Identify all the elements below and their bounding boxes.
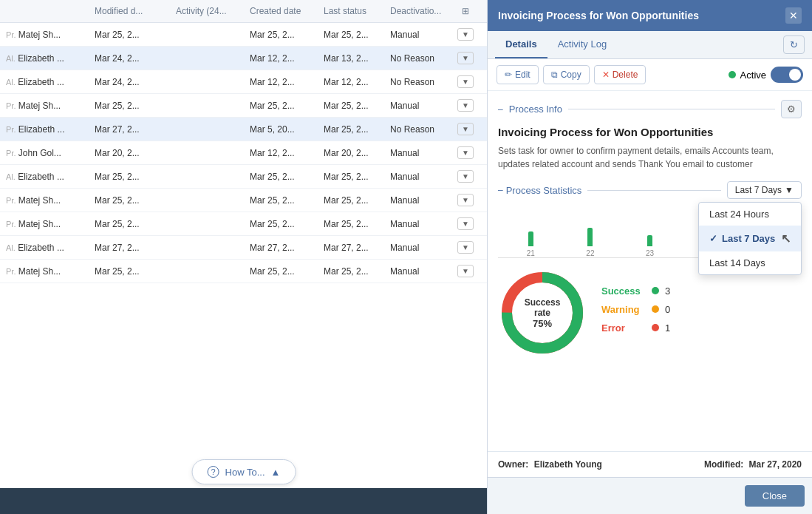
copy-button[interactable]: ⧉ Copy [543,65,590,84]
cell-action[interactable]: ▼ [451,265,480,277]
process-info-title: Process Info [509,104,562,115]
panel-title: Invoicing Process for Won Opportunities [498,10,699,21]
cell-action[interactable]: ▼ [451,241,480,254]
edit-icon: ✏ [505,70,512,80]
row-expand-button[interactable]: ▼ [457,194,474,206]
modified-prefix: Modified: [704,459,743,470]
cell-name: Al. Elizabeth ... [0,53,89,64]
collapse-icon: – [498,104,503,115]
panel-close-button[interactable]: ✕ [785,7,802,24]
table-row[interactable]: Al. Elizabeth ... Mar 25, 2... Mar 25, 2… [0,165,488,189]
tab-details[interactable]: Details [495,31,547,58]
row-expand-button[interactable]: ▼ [457,170,474,183]
success-value: 3 [665,285,670,297]
cell-name: Al. Elizabeth ... [0,172,89,182]
row-expand-button[interactable]: ▼ [457,99,474,112]
edit-button[interactable]: ✏ Edit [497,65,539,84]
copy-label: Copy [561,70,581,80]
row-expand-button[interactable]: ▼ [457,217,474,230]
bottom-bar [0,488,488,514]
tab-activity-log[interactable]: Activity Log [547,31,617,58]
cell-modified: Mar 27, 2... [89,243,170,253]
cell-created: Mar 25, 2... [244,30,318,40]
bar-success [587,228,593,246]
row-expand-button[interactable]: ▼ [457,123,474,135]
chart-day: 23 [620,213,680,257]
cell-created: Mar 5, 20... [244,124,318,135]
cell-action[interactable]: ▼ [451,52,480,64]
donut-percent: 75% [520,318,564,329]
cell-name: Pr. Matej Sh... [0,266,89,277]
table-row[interactable]: Al. Elizabeth ... Mar 24, 2... Mar 12, 2… [0,47,488,70]
cell-deactivation: Manual [384,30,451,40]
row-prefix: Pr. [6,125,16,134]
bar-success [528,231,533,246]
cell-modified: Mar 25, 2... [89,101,170,111]
cell-last-status: Mar 27, 2... [318,243,384,253]
dropdown-item-24h[interactable]: Last 24 Hours [699,203,801,226]
stat-success: Success 3 [601,285,802,297]
cell-last-status: Mar 13, 2... [318,53,384,64]
table-row[interactable]: Pr. Elizabeth ... Mar 27, 2... Mar 5, 20… [0,118,488,141]
row-expand-button[interactable]: ▼ [457,28,474,41]
cursor-icon: ↖ [781,231,791,246]
active-label: Active [740,70,766,81]
cell-action[interactable]: ▼ [451,99,480,112]
cell-action[interactable]: ▼ [451,217,480,230]
cell-name: Pr. John Gol... [0,148,89,158]
donut-chart: Success rate 75% [498,268,587,357]
cell-deactivation: Manual [384,172,451,182]
close-button[interactable]: Close [745,485,805,507]
row-expand-button[interactable]: ▼ [457,52,474,64]
table-row[interactable]: Pr. Matej Sh... Mar 25, 2... Mar 25, 2..… [0,212,488,236]
row-expand-button[interactable]: ▼ [457,146,474,159]
cell-deactivation: Manual [384,219,451,229]
row-expand-button[interactable]: ▼ [457,241,474,254]
active-dot-icon [729,71,736,78]
refresh-button[interactable]: ↻ [783,35,805,54]
table-row[interactable]: Al. Elizabeth ... Mar 24, 2... Mar 12, 2… [0,70,488,94]
cell-action[interactable]: ▼ [451,170,480,183]
process-info-settings-button[interactable]: ⚙ [781,100,802,118]
period-dropdown-button[interactable]: Last 7 Days ▼ [727,181,802,199]
table-row[interactable]: Pr. Matej Sh... Mar 25, 2... Mar 25, 2..… [0,23,488,47]
warning-label: Warning [601,304,646,315]
owner-name: Elizabeth Young [534,459,602,470]
period-dropdown[interactable]: Last 7 Days ▼ Last 24 Hours ✓ Last 7 Day… [727,181,802,199]
cell-last-status: Mar 20, 2... [318,148,384,158]
cell-created: Mar 27, 2... [244,243,318,253]
section-divider [568,109,775,109]
delete-button[interactable]: ✕ Delete [594,65,646,84]
table-row[interactable]: Al. Elizabeth ... Mar 27, 2... Mar 27, 2… [0,236,488,260]
dropdown-item-14d[interactable]: Last 14 Days [699,251,801,274]
table-row[interactable]: Pr. John Gol... Mar 20, 2... Mar 12, 2..… [0,141,488,165]
donut-center: Success rate 75% [520,297,564,329]
chart-day: 22 [561,213,621,257]
table-row[interactable]: Pr. Matej Sh... Mar 25, 2... Mar 25, 2..… [0,260,488,283]
dropdown-item-7d[interactable]: ✓ Last 7 Days ↖ [699,226,801,251]
how-to-bar[interactable]: ? How To... ▲ [192,459,296,484]
cell-created: Mar 25, 2... [244,172,318,182]
cell-action[interactable]: ▼ [451,28,480,41]
right-panel: Invoicing Process for Won Opportunities … [487,0,812,514]
chart-bars [587,213,593,246]
panel-toolbar: ✏ Edit ⧉ Copy ✕ Delete Active [488,59,812,91]
cell-action[interactable]: ▼ [451,194,480,206]
cell-deactivation: No Reason [384,53,451,64]
row-prefix: Al. [6,172,16,181]
row-expand-button[interactable]: ▼ [457,75,474,88]
cell-action[interactable]: ▼ [451,75,480,88]
row-prefix: Pr. [6,101,16,110]
cell-action[interactable]: ▼ [451,146,480,159]
panel-footer: Owner: Elizabeth Young Modified: Mar 27,… [488,451,812,477]
table-row[interactable]: Pr. Matej Sh... Mar 25, 2... Mar 25, 2..… [0,189,488,212]
row-expand-button[interactable]: ▼ [457,265,474,277]
edit-label: Edit [515,70,530,80]
table-row[interactable]: Pr. Matej Sh... Mar 25, 2... Mar 25, 2..… [0,94,488,118]
cell-action[interactable]: ▼ [451,123,480,135]
active-toggle[interactable] [771,67,803,83]
statistics-section-header: – Process Statistics Last 7 Days ▼ Last … [498,181,802,199]
delete-icon: ✕ [602,70,610,80]
success-label: Success [601,285,646,297]
chart-bars [647,213,652,246]
